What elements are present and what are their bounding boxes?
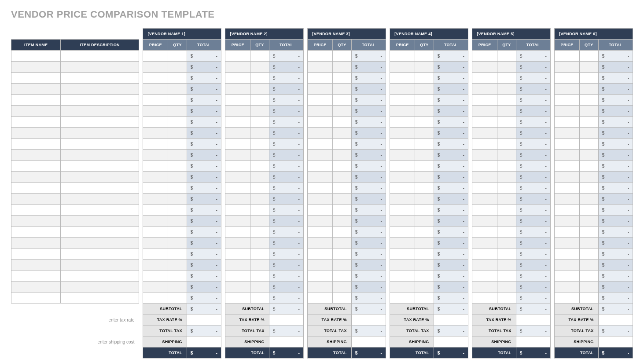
qty-cell[interactable] xyxy=(250,216,269,227)
price-cell[interactable] xyxy=(308,227,333,238)
qty-cell[interactable] xyxy=(333,238,352,249)
price-cell[interactable] xyxy=(555,51,580,62)
item-name-cell[interactable] xyxy=(11,150,61,161)
qty-cell[interactable] xyxy=(497,128,516,139)
price-cell[interactable] xyxy=(555,139,580,150)
price-cell[interactable] xyxy=(390,293,415,303)
price-cell[interactable] xyxy=(390,249,415,260)
price-cell[interactable] xyxy=(143,216,168,227)
qty-cell[interactable] xyxy=(250,150,269,161)
qty-cell[interactable] xyxy=(579,227,598,238)
item-name-cell[interactable] xyxy=(11,84,61,95)
qty-cell[interactable] xyxy=(250,293,269,303)
qty-cell[interactable] xyxy=(415,216,434,227)
price-cell[interactable] xyxy=(143,271,168,282)
price-cell[interactable] xyxy=(225,271,250,282)
qty-cell[interactable] xyxy=(168,128,187,139)
qty-cell[interactable] xyxy=(497,260,516,271)
qty-cell[interactable] xyxy=(250,73,269,84)
price-cell[interactable] xyxy=(472,216,497,227)
summary-value[interactable] xyxy=(187,336,221,347)
qty-cell[interactable] xyxy=(168,249,187,260)
qty-cell[interactable] xyxy=(415,249,434,260)
price-cell[interactable] xyxy=(225,128,250,139)
qty-cell[interactable] xyxy=(333,161,352,172)
qty-cell[interactable] xyxy=(579,216,598,227)
item-description-cell[interactable] xyxy=(61,51,139,62)
qty-cell[interactable] xyxy=(333,106,352,117)
qty-cell[interactable] xyxy=(579,238,598,249)
price-cell[interactable] xyxy=(390,172,415,183)
summary-value[interactable] xyxy=(598,314,633,325)
price-cell[interactable] xyxy=(143,95,168,106)
qty-cell[interactable] xyxy=(333,249,352,260)
qty-cell[interactable] xyxy=(579,172,598,183)
price-cell[interactable] xyxy=(225,216,250,227)
qty-cell[interactable] xyxy=(168,227,187,238)
summary-value[interactable] xyxy=(351,336,386,347)
price-cell[interactable] xyxy=(308,106,333,117)
qty-cell[interactable] xyxy=(497,205,516,216)
price-cell[interactable] xyxy=(225,95,250,106)
item-description-cell[interactable] xyxy=(61,84,139,95)
price-cell[interactable] xyxy=(143,84,168,95)
summary-value[interactable] xyxy=(434,314,468,325)
price-cell[interactable] xyxy=(225,139,250,150)
price-cell[interactable] xyxy=(555,117,580,128)
price-cell[interactable] xyxy=(143,117,168,128)
summary-value[interactable] xyxy=(598,336,633,347)
price-cell[interactable] xyxy=(555,73,580,84)
qty-cell[interactable] xyxy=(250,282,269,293)
qty-cell[interactable] xyxy=(415,293,434,303)
summary-value[interactable] xyxy=(269,314,303,325)
summary-value[interactable] xyxy=(187,314,221,325)
price-cell[interactable] xyxy=(555,293,580,303)
price-cell[interactable] xyxy=(143,106,168,117)
qty-cell[interactable] xyxy=(497,150,516,161)
qty-cell[interactable] xyxy=(579,194,598,205)
qty-cell[interactable] xyxy=(497,194,516,205)
qty-cell[interactable] xyxy=(497,95,516,106)
price-cell[interactable] xyxy=(555,106,580,117)
price-cell[interactable] xyxy=(472,73,497,84)
item-description-cell[interactable] xyxy=(61,117,139,128)
item-name-cell[interactable] xyxy=(11,62,61,73)
item-name-cell[interactable] xyxy=(11,271,61,282)
price-cell[interactable] xyxy=(308,183,333,194)
price-cell[interactable] xyxy=(143,128,168,139)
item-name-cell[interactable] xyxy=(11,161,61,172)
price-cell[interactable] xyxy=(555,150,580,161)
qty-cell[interactable] xyxy=(168,150,187,161)
price-cell[interactable] xyxy=(308,271,333,282)
price-cell[interactable] xyxy=(225,150,250,161)
price-cell[interactable] xyxy=(555,183,580,194)
qty-cell[interactable] xyxy=(168,194,187,205)
qty-cell[interactable] xyxy=(250,238,269,249)
price-cell[interactable] xyxy=(390,227,415,238)
price-cell[interactable] xyxy=(308,282,333,293)
item-name-cell[interactable] xyxy=(11,128,61,139)
qty-cell[interactable] xyxy=(415,51,434,62)
qty-cell[interactable] xyxy=(250,227,269,238)
price-cell[interactable] xyxy=(308,249,333,260)
qty-cell[interactable] xyxy=(168,84,187,95)
price-cell[interactable] xyxy=(390,128,415,139)
qty-cell[interactable] xyxy=(168,205,187,216)
qty-cell[interactable] xyxy=(333,117,352,128)
qty-cell[interactable] xyxy=(333,194,352,205)
price-cell[interactable] xyxy=(143,183,168,194)
price-cell[interactable] xyxy=(472,172,497,183)
price-cell[interactable] xyxy=(143,194,168,205)
qty-cell[interactable] xyxy=(415,282,434,293)
qty-cell[interactable] xyxy=(168,260,187,271)
item-name-cell[interactable] xyxy=(11,117,61,128)
item-name-cell[interactable] xyxy=(11,216,61,227)
qty-cell[interactable] xyxy=(497,227,516,238)
qty-cell[interactable] xyxy=(579,205,598,216)
summary-value[interactable] xyxy=(516,314,550,325)
qty-cell[interactable] xyxy=(333,282,352,293)
item-description-cell[interactable] xyxy=(61,62,139,73)
price-cell[interactable] xyxy=(472,117,497,128)
qty-cell[interactable] xyxy=(497,238,516,249)
summary-value[interactable] xyxy=(269,336,303,347)
